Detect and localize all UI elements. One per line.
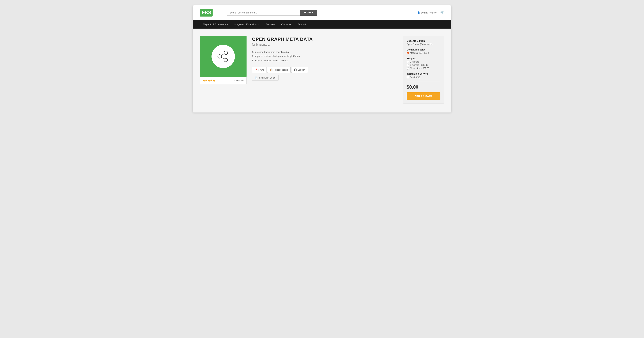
add-to-cart-button[interactable]: ADD TO CART <box>407 92 440 100</box>
chevron-down-icon: ▾ <box>227 23 228 25</box>
product-sidebar: Magento Edition Open-Source (Community) … <box>403 36 444 104</box>
support-label: Support <box>407 57 440 60</box>
nav-item-magento2[interactable]: Magento 2 Extensions ▾ <box>200 20 231 28</box>
support-button[interactable]: 🎧 Support <box>291 67 308 73</box>
svg-line-3 <box>222 54 224 56</box>
product-features: 1. Increase traffic from social media 2.… <box>252 50 398 62</box>
support-option-6months[interactable]: 6 months + $49.00 <box>407 64 440 66</box>
page-wrapper: EK3 SEARCH 👤 Login / Register 🛒 Magento … <box>192 6 452 112</box>
nav-item-services[interactable]: Services <box>262 20 278 28</box>
action-buttons: ❓ FAQs 📋 Release Notes 🎧 Support <box>252 67 398 73</box>
user-icon: 👤 <box>417 11 420 14</box>
faqs-label: FAQs <box>258 69 264 71</box>
feature-3: 3. Have a stronger online presence <box>252 58 398 62</box>
nav-item-support[interactable]: Support <box>294 20 309 28</box>
sidebar-installation: Installation Service Yes (Free) <box>407 72 440 78</box>
installation-label: Installation Service <box>407 72 440 75</box>
nav-label-magento1: Magento 1 Extensions <box>234 23 258 26</box>
nav-label-ourwork: Our Work <box>281 23 291 26</box>
product-image-box <box>200 36 246 77</box>
support-3months-label: 3 months <box>410 60 419 63</box>
svg-line-4 <box>222 57 224 59</box>
installation-option-label: Yes (Free) <box>410 76 420 78</box>
sidebar-support: Support 3 months 6 months + $49.00 12 <box>407 57 440 70</box>
reviews-count: 4 Reviews <box>234 80 244 82</box>
nav-item-ourwork[interactable]: Our Work <box>278 20 294 28</box>
support-6months-label: 6 months + $49.00 <box>410 64 428 66</box>
svg-point-0 <box>224 51 228 55</box>
install-guide-label: Installation Guide <box>259 76 276 79</box>
cart-icon[interactable]: 🛒 <box>440 10 444 14</box>
login-text: Login / Register <box>421 11 437 14</box>
logo[interactable]: EK3 <box>200 9 212 16</box>
price-display: $0.00 <box>407 84 440 90</box>
magento-icon: M <box>407 52 409 54</box>
search-area: SEARCH <box>227 10 317 16</box>
radio-3months[interactable] <box>407 61 409 63</box>
edition-value: Open-Source (Community) <box>407 43 440 46</box>
radio-6months[interactable] <box>407 64 409 66</box>
faqs-button[interactable]: ❓ FAQs <box>252 67 266 73</box>
header-right: 👤 Login / Register 🛒 <box>417 10 444 14</box>
nav-label-magento2: Magento 2 Extensions <box>203 23 226 26</box>
edition-label: Magento Edition <box>407 40 440 42</box>
product-subtitle: for Magento 1 <box>252 43 398 46</box>
headset-icon: 🎧 <box>294 68 297 71</box>
chevron-down-icon: ▾ <box>258 23 259 25</box>
product-image-col: ★★★★★ 4 Reviews <box>200 36 246 84</box>
product-title: OPEN GRAPH META DATA <box>252 36 398 42</box>
feature-1: 1. Increase traffic from social media <box>252 50 398 54</box>
support-options: 3 months 6 months + $49.00 12 months + $… <box>407 60 440 70</box>
support-option-3months[interactable]: 3 months <box>407 60 440 63</box>
product-rating-bar: ★★★★★ 4 Reviews <box>200 77 246 84</box>
sidebar-compatible: Compatible With M Magento 1.5 - 1.9.x <box>407 48 440 54</box>
search-input[interactable] <box>227 10 300 16</box>
header: EK3 SEARCH 👤 Login / Register 🛒 <box>192 6 452 20</box>
compatible-value: M Magento 1.5 - 1.9.x <box>407 52 440 54</box>
installation-option[interactable]: Yes (Free) <box>407 76 440 78</box>
svg-point-1 <box>218 55 222 58</box>
support-label: Support <box>298 69 305 71</box>
nav-item-magento1[interactable]: Magento 1 Extensions ▾ <box>231 20 263 28</box>
release-notes-label: Release Notes <box>274 69 288 71</box>
installation-checkbox[interactable] <box>407 76 409 78</box>
rating-stars[interactable]: ★★★★★ <box>202 79 215 82</box>
compatible-text: Magento 1.5 - 1.9.x <box>410 52 428 54</box>
compatible-label: Compatible With <box>407 48 440 51</box>
logo-text: EK3 <box>202 10 211 16</box>
product-info-col: OPEN GRAPH META DATA for Magento 1 1. In… <box>252 36 398 81</box>
svg-point-2 <box>224 58 228 62</box>
nav-bar: Magento 2 Extensions ▾ Magento 1 Extensi… <box>192 20 452 28</box>
search-button[interactable]: SEARCH <box>300 10 317 16</box>
nav-label-support: Support <box>298 23 306 26</box>
sidebar-divider <box>407 81 440 82</box>
release-notes-button[interactable]: 📋 Release Notes <box>267 67 290 73</box>
login-register-link[interactable]: 👤 Login / Register <box>417 11 437 14</box>
installation-guide-button[interactable]: 📄 Installation Guide <box>252 75 278 81</box>
support-option-12months[interactable]: 12 months + $69.00 <box>407 67 440 70</box>
radio-12months[interactable] <box>407 67 409 70</box>
share-icon <box>216 49 230 64</box>
main-content: ★★★★★ 4 Reviews OPEN GRAPH META DATA for… <box>192 28 452 112</box>
feature-2: 2. Improve content sharing on social pla… <box>252 54 398 58</box>
notes-icon: 📋 <box>270 68 273 71</box>
product-icon-circle <box>212 45 235 68</box>
document-icon: 📄 <box>255 76 258 79</box>
sidebar-edition: Magento Edition Open-Source (Community) <box>407 40 440 46</box>
nav-label-services: Services <box>266 23 275 26</box>
support-12months-label: 12 months + $69.00 <box>410 67 429 70</box>
logo-area: EK3 <box>200 9 212 16</box>
question-icon: ❓ <box>254 68 258 71</box>
product-section: ★★★★★ 4 Reviews OPEN GRAPH META DATA for… <box>200 36 444 104</box>
